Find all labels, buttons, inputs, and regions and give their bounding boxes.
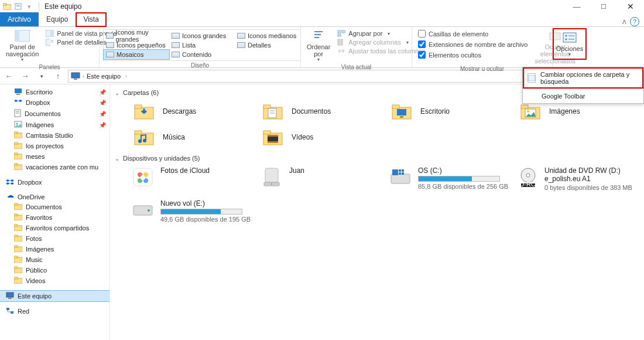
dropbox-icon [6, 178, 14, 186]
svg-rect-101 [402, 172, 404, 175]
group-label-diseno: Diseño [102, 62, 298, 70]
qat-dropdown-icon[interactable]: ▾ [25, 2, 34, 11]
svg-rect-18 [338, 34, 341, 36]
maximize-button[interactable]: □ [590, 0, 617, 13]
onedrive-icon [6, 193, 14, 200]
options-dropdown: Cambiar opciones de carpeta y búsqueda G… [522, 67, 644, 104]
documentos-icon [260, 101, 286, 122]
sidebar-onedrive-child-5[interactable]: Music [0, 254, 109, 265]
group-label-paneles: Paneles [2, 64, 97, 72]
sort-by-button[interactable]: Ordenar por ▾ [303, 28, 334, 64]
checkbox-ocultos[interactable]: Elementos ocultos [416, 50, 530, 59]
tab-equipo[interactable]: Equipo [39, 12, 76, 26]
folder-musica[interactable]: Música [131, 127, 260, 148]
svg-rect-48 [14, 214, 18, 216]
sidebar-onedrive-child-1[interactable]: Favoritos [0, 212, 109, 223]
sidebar-dropbox[interactable]: Dropbox [0, 177, 109, 188]
item-icon [14, 131, 22, 140]
view-iconos-pequenos[interactable]: Iconos pequeños [104, 40, 169, 50]
svg-rect-28 [71, 73, 80, 78]
breadcrumb-root[interactable]: Este equipo› [87, 73, 127, 80]
folder-icon [14, 224, 22, 232]
device-osc[interactable]: OS (C:)85,8 GB disponibles de 256 GB [389, 166, 518, 191]
sidebar-item-camtasia[interactable]: Camtasia Studio [0, 130, 109, 141]
item-icon [14, 98, 22, 107]
options-change-folder-search[interactable]: Cambiar opciones de carpeta y búsqueda [523, 67, 643, 89]
sidebar-onedrive-child-6[interactable]: Público [0, 265, 109, 276]
item-icon [14, 88, 22, 96]
svg-point-79 [527, 110, 529, 113]
svg-rect-85 [268, 135, 278, 137]
svg-rect-75 [400, 116, 403, 118]
svg-rect-86 [268, 141, 278, 143]
svg-rect-68 [263, 105, 270, 108]
sidebar-onedrive-child-7[interactable]: Videos [0, 276, 109, 286]
view-detalles[interactable]: Detalles [235, 40, 300, 50]
sidebar-red[interactable]: Red [0, 306, 109, 317]
view-iconos-medianos[interactable]: Iconos medianos [235, 31, 300, 40]
item-icon [14, 109, 21, 118]
sidebar-onedrive[interactable]: OneDrive [0, 192, 109, 202]
device-juan[interactable]: Juan [260, 166, 389, 191]
svg-point-95 [271, 183, 272, 185]
nuevo-icon [131, 199, 155, 220]
view-gallery[interactable]: Iconos muy grandes Iconos grandes Iconos… [103, 29, 301, 61]
sidebar-onedrive-child-3[interactable]: Fotos [0, 233, 109, 244]
device-icloud[interactable]: Fotos de iCloud [131, 166, 260, 191]
item-icon [14, 142, 22, 150]
checkbox-casillas[interactable]: Casillas de elemento [416, 29, 530, 38]
svg-point-92 [141, 175, 145, 180]
sidebar-item-meses[interactable]: meses [0, 151, 109, 162]
view-iconos-muy-grandes[interactable]: Iconos muy grandes [104, 31, 169, 40]
sidebar-onedrive-child-4[interactable]: Imágenes [0, 244, 109, 254]
sidebar-item-escritorio[interactable]: Escritorio📌 [0, 87, 109, 97]
folder-escritorio[interactable]: Escritorio [389, 101, 518, 122]
svg-rect-96 [391, 174, 410, 183]
svg-rect-99 [402, 169, 404, 172]
juan-icon [260, 166, 283, 188]
qat-properties-icon[interactable] [13, 2, 23, 11]
tab-archivo[interactable]: Archivo [0, 12, 39, 26]
item-icon [14, 152, 22, 161]
sidebar-item-documentos-q[interactable]: Documentos📌 [0, 108, 109, 120]
sidebar-item-losproyectos[interactable]: los proyectos [0, 141, 109, 151]
help-icon[interactable]: ? [630, 17, 639, 26]
nav-panel-button[interactable]: Panel de navegación ▾ [2, 28, 42, 64]
svg-point-103 [526, 174, 530, 177]
folder-imagenes[interactable]: Imágenes [518, 101, 644, 122]
close-button[interactable]: ✕ [617, 0, 644, 13]
svg-rect-19 [338, 39, 340, 45]
sidebar-item-dropbox-q[interactable]: Dropbox📌 [0, 97, 109, 108]
options-button[interactable]: Opciones ▾ [553, 28, 587, 60]
folder-descargas[interactable]: Descargas [131, 101, 260, 122]
device-dvd[interactable]: CD-ROM Unidad de DVD RW (D:) e_polish.eu… [518, 166, 644, 191]
minimize-button[interactable]: — [563, 0, 590, 13]
view-contenido[interactable]: Contenido [169, 50, 235, 59]
sidebar-item-vacaciones[interactable]: vacaciones zante con mu [0, 162, 109, 172]
sidebar-item-imagenes-q[interactable]: Imágenes📌 [0, 120, 109, 130]
view-mosaicos[interactable]: Mosaicos [104, 50, 169, 59]
usage-bar [160, 209, 242, 215]
view-lista[interactable]: Lista [169, 40, 235, 50]
checkbox-extensiones[interactable]: Extensiones de nombre de archivo [416, 40, 530, 49]
sidebar-onedrive-child-2[interactable]: Favoritos compartidos [0, 223, 109, 233]
section-header-dispositivos[interactable]: ⌄ Dispositivos y unidades (5) [115, 154, 644, 163]
svg-text:CD-ROM: CD-ROM [518, 181, 539, 187]
svg-point-107 [148, 209, 150, 212]
svg-rect-73 [392, 105, 399, 108]
ribbon-collapse-icon[interactable]: ᐱ [622, 19, 626, 25]
folder-videos[interactable]: Vídeos [260, 127, 389, 148]
device-nuevo[interactable]: Nuevo vol (E:)49,6 GB disponibles de 195… [131, 199, 260, 223]
view-iconos-grandes[interactable]: Iconos grandes [169, 31, 235, 40]
svg-rect-56 [14, 256, 18, 258]
svg-rect-100 [399, 172, 401, 175]
svg-rect-29 [74, 79, 77, 80]
item-icon [14, 121, 22, 129]
tab-vista[interactable]: Vista [76, 12, 106, 27]
sidebar-este-equipo[interactable]: Este equipo [0, 291, 109, 301]
folder-documentos[interactable]: Documentos [260, 101, 389, 122]
svg-rect-97 [392, 169, 398, 175]
usage-bar [418, 176, 500, 182]
options-google-toolbar[interactable]: Google Toolbar [523, 89, 643, 103]
sidebar-onedrive-child-0[interactable]: Documentos [0, 202, 109, 212]
